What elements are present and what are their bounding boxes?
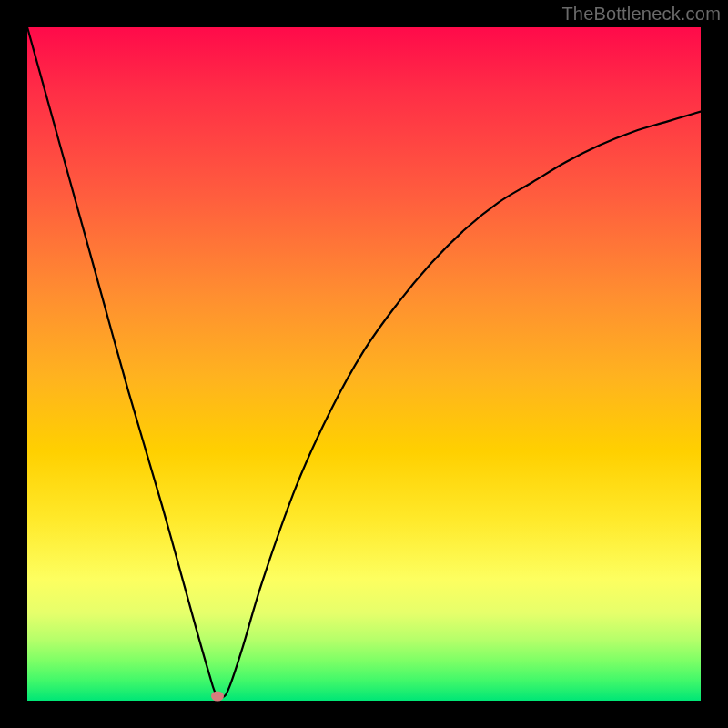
curve-layer <box>27 27 701 701</box>
chart-frame: TheBottleneck.com <box>0 0 728 728</box>
minimum-marker-icon <box>211 691 224 701</box>
watermark-text: TheBottleneck.com <box>561 4 721 25</box>
bottleneck-curve <box>27 27 701 698</box>
